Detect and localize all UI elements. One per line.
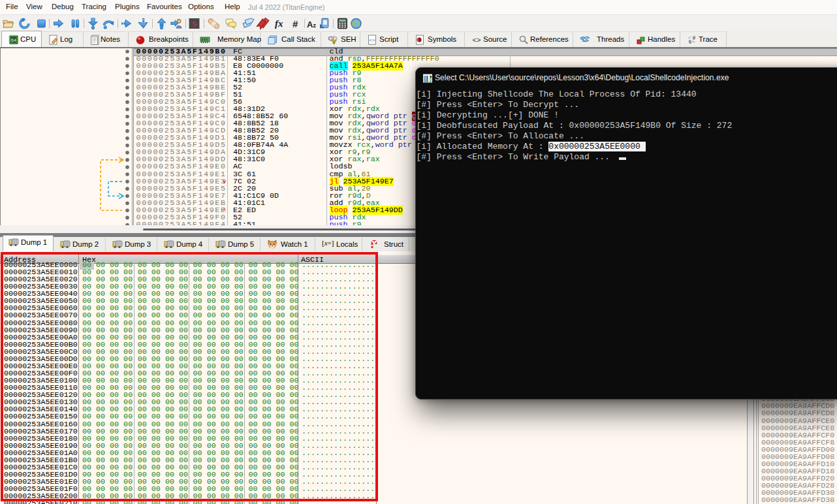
svg-text:64: 64 [11, 38, 16, 42]
svg-text:<>: <> [369, 37, 375, 43]
svg-text:S: S [192, 20, 197, 29]
svg-text:!: ! [334, 40, 335, 44]
svg-text:<>: <> [472, 37, 481, 44]
